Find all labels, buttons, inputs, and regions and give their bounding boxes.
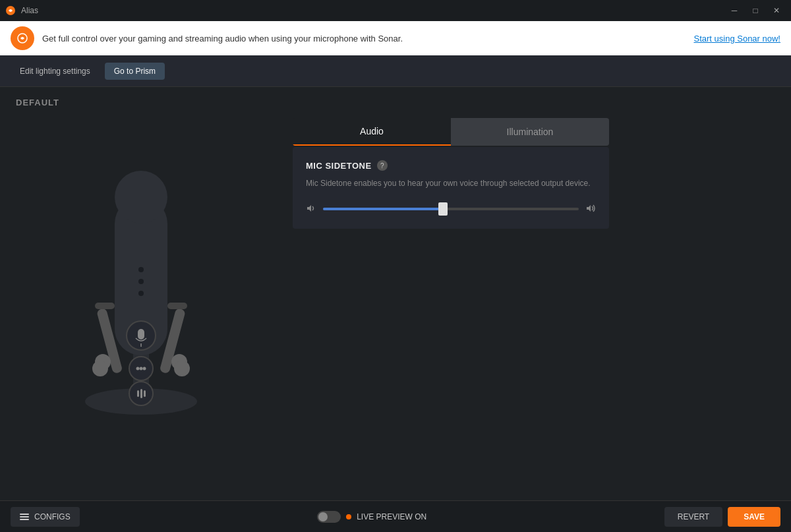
volume-high-icon (585, 203, 596, 216)
app-title: Alias (21, 6, 38, 15)
slider-track (323, 208, 579, 210)
tab-illumination[interactable]: Illumination (451, 118, 609, 146)
svg-rect-9 (95, 303, 115, 309)
main-content: DEFAULT (0, 87, 791, 500)
sidetone-slider-row (306, 202, 596, 216)
banner-text: Get full control over your gaming and st… (42, 34, 686, 44)
configs-label: CONFIGS (34, 512, 71, 521)
revert-button[interactable]: REVERT (664, 507, 722, 527)
mic-sidetone-description: Mic Sidetone enables you to hear your ow… (306, 177, 596, 189)
close-button[interactable]: ✕ (767, 4, 786, 17)
sonar-banner-icon (11, 26, 34, 50)
svg-point-4 (115, 171, 167, 223)
svg-point-13 (92, 361, 108, 376)
sonar-link[interactable]: Start using Sonar now! (693, 34, 780, 44)
svg-rect-17 (138, 329, 144, 340)
save-button[interactable]: SAVE (728, 507, 780, 527)
edit-lighting-button[interactable]: Edit lighting settings (11, 63, 100, 80)
svg-rect-27 (20, 514, 29, 515)
sidetone-slider[interactable] (323, 202, 579, 216)
svg-point-15 (174, 361, 190, 376)
mic-sidetone-header: MIC SIDETONE ? (306, 160, 596, 171)
configs-icon (20, 512, 29, 521)
tab-audio[interactable]: Audio (293, 118, 451, 146)
svg-rect-28 (20, 516, 29, 517)
bottom-right-actions: REVERT SAVE (664, 507, 780, 527)
toggle-thumb (318, 512, 328, 521)
title-bar: Alias ─ □ ✕ (0, 0, 791, 21)
svg-point-21 (140, 367, 143, 370)
maximize-button[interactable]: □ (746, 4, 765, 17)
toolbar: Edit lighting settings Go to Prism (0, 55, 791, 87)
title-bar-left: Alias (5, 5, 38, 16)
microphone-area (16, 118, 266, 421)
window-controls: ─ □ ✕ (725, 4, 786, 17)
live-preview-area: LIVE PREVIEW ON (317, 511, 426, 523)
live-preview-label: LIVE PREVIEW ON (357, 512, 426, 521)
svg-point-20 (136, 367, 140, 370)
svg-rect-26 (144, 390, 146, 397)
tabs-container: Audio Illumination (293, 118, 609, 146)
svg-point-6 (138, 279, 144, 284)
app-icon (5, 5, 16, 16)
tab-content-audio: MIC SIDETONE ? Mic Sidetone enables you … (293, 147, 609, 229)
sonar-banner: Get full control over your gaming and st… (0, 21, 791, 55)
microphone-illustration (69, 118, 214, 421)
bottom-bar: CONFIGS LIVE PREVIEW ON REVERT SAVE (0, 500, 791, 532)
section-label: DEFAULT (16, 98, 775, 107)
live-preview-toggle[interactable] (317, 511, 341, 523)
svg-rect-24 (137, 390, 139, 397)
svg-point-7 (138, 291, 144, 296)
configs-button[interactable]: CONFIGS (11, 507, 80, 527)
svg-point-22 (143, 367, 146, 370)
slider-fill (323, 208, 443, 210)
svg-rect-11 (167, 303, 187, 309)
sonar-icon (16, 32, 29, 45)
help-icon[interactable]: ? (377, 160, 388, 171)
go-to-prism-button[interactable]: Go to Prism (105, 63, 165, 80)
svg-rect-25 (140, 389, 142, 398)
svg-rect-29 (20, 519, 29, 520)
mic-sidetone-title: MIC SIDETONE (306, 161, 372, 171)
content-row: Audio Illumination MIC SIDETONE ? Mic Si… (16, 118, 775, 490)
minimize-button[interactable]: ─ (725, 4, 744, 17)
svg-point-5 (138, 267, 144, 272)
settings-panel: Audio Illumination MIC SIDETONE ? Mic Si… (293, 118, 609, 229)
volume-low-icon (306, 203, 316, 216)
slider-thumb[interactable] (438, 202, 448, 216)
live-dot (346, 514, 351, 519)
